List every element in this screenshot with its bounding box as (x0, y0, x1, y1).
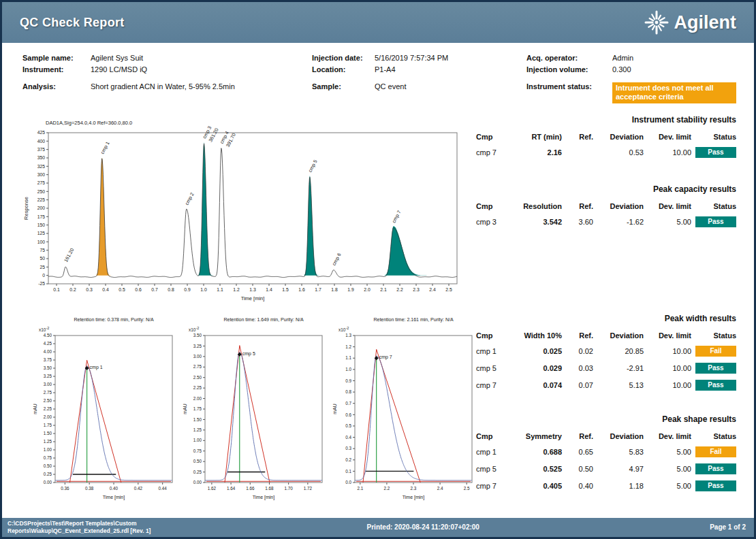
svg-text:75: 75 (40, 248, 45, 252)
svg-text:1.3: 1.3 (249, 287, 256, 292)
component-cell: cmp 3 (476, 218, 507, 226)
printed-timestamp: Printed: 2020-08-24 11:20:07+02:00 (367, 523, 479, 531)
instrument-stability-table: Instrument stability resultsCmpRT (min)R… (476, 115, 736, 158)
status-cell: Fail (691, 446, 736, 457)
svg-text:0.6: 0.6 (135, 287, 142, 292)
svg-text:0.44: 0.44 (159, 486, 168, 491)
field-value: 1290 LC/MSD iQ (91, 65, 147, 74)
y-axis-label: mAU (332, 404, 337, 414)
field-value: Admin (612, 54, 633, 62)
status-cell: Pass (691, 380, 736, 391)
value-cell: 0.03 (562, 364, 593, 372)
svg-text:1.50: 1.50 (44, 431, 52, 436)
svg-text:0.00: 0.00 (44, 480, 52, 485)
column-header: Width 10% (507, 331, 562, 340)
svg-text:1.00: 1.00 (193, 438, 202, 442)
component-cell: cmp 5 (476, 364, 507, 372)
svg-text:400: 400 (37, 139, 46, 144)
path-line-1: C:\CDSProjects\Test\Report Templates\Cus… (7, 520, 151, 527)
column-header: Status (691, 331, 736, 340)
svg-text:0.7: 0.7 (151, 287, 158, 292)
value-cell: 5.00 (644, 465, 691, 473)
sample-row: Sample:QC event (312, 82, 448, 94)
status-badge-pass: Pass (695, 463, 736, 474)
page-number: Page 1 of 2 (710, 523, 746, 531)
svg-text:1.70: 1.70 (285, 486, 294, 491)
peak-detail-chart-cmp5: Retention time: 1.649 min, Purity: N/Ax1… (180, 315, 329, 514)
zoom-title: Retention time: 0.378 min, Purity: N/A (74, 317, 153, 323)
column-header: Cmp (476, 202, 507, 210)
svg-text:2.4: 2.4 (429, 287, 436, 292)
agilent-starburst-icon (644, 10, 670, 35)
instrument-status-badge: Intrument does not meet all acceptance c… (612, 82, 736, 103)
signal-title: DAD1A,Sig=254.0,4.0 Ref=360.0,80.0 (46, 120, 132, 126)
column-header: Status (691, 432, 736, 440)
agilent-logo: Agilent (644, 10, 737, 35)
analysis-row: Analysis:Short gradient ACN in Water, 5-… (22, 82, 235, 94)
column-header: Dev. limit (644, 432, 691, 440)
value-cell: 5.13 (593, 381, 644, 389)
column-header: Cmp (476, 133, 507, 141)
table-title: Peak capacity results (476, 184, 736, 194)
column-header: Deviation (593, 432, 644, 440)
value-cell: 10.00 (644, 364, 691, 372)
svg-text:0.9: 0.9 (345, 378, 351, 383)
y-axis-label: mAU (183, 404, 187, 414)
table-title: Instrument stability results (476, 115, 736, 125)
component-cell: cmp 7 (476, 148, 507, 157)
status-badge-pass: Pass (695, 480, 736, 491)
svg-text:350: 350 (37, 155, 46, 160)
value-cell: 3.60 (562, 218, 593, 226)
svg-text:1.2: 1.2 (233, 287, 240, 292)
column-header: Ref. (562, 331, 593, 340)
status-cell: Fail (691, 346, 736, 357)
svg-text:0.1: 0.1 (345, 469, 351, 474)
svg-text:1.62: 1.62 (208, 486, 217, 491)
svg-text:2.75: 2.75 (193, 364, 202, 369)
svg-text:3.25: 3.25 (44, 374, 52, 378)
svg-text:2.2: 2.2 (384, 486, 390, 491)
location-row: Location:P1-A4 (312, 65, 448, 77)
column-header: Resolution (507, 202, 562, 210)
zoom-title: Retention time: 1.649 min, Purity: N/A (223, 317, 303, 323)
column-header: RT (min) (507, 133, 562, 141)
svg-text:4.00: 4.00 (44, 349, 52, 354)
field-label: Acq. operator: (526, 54, 612, 62)
svg-text:1.68: 1.68 (265, 486, 274, 491)
component-cell: cmp 5 (476, 465, 507, 473)
chromatogram-chart: DAD1A,Sig=254.0,4.0 Ref=360.0,80.0-25025… (20, 118, 467, 314)
results-table: CmpResolutionRef.DeviationDev. limitStat… (476, 202, 736, 227)
svg-text:0.2: 0.2 (345, 457, 351, 462)
status-cell: Pass (691, 480, 736, 491)
x-axis-label: Time [min] (103, 495, 125, 500)
svg-text:0.42: 0.42 (134, 486, 143, 491)
field-label: Instrument: (22, 65, 91, 74)
svg-text:1.72: 1.72 (304, 486, 313, 491)
metadata-column-2: Injection date:5/16/2019 7:57:34 PM Loca… (312, 54, 448, 94)
status-cell: Pass (691, 147, 736, 158)
agilent-brand-text: Agilent (674, 12, 737, 33)
svg-text:50: 50 (40, 256, 45, 261)
svg-text:2.25: 2.25 (193, 385, 202, 390)
y-axis-label: Response (23, 197, 29, 220)
svg-text:2.00: 2.00 (193, 396, 202, 401)
svg-text:175: 175 (37, 214, 46, 219)
table-title: Peak shape results (476, 414, 736, 424)
results-table: CmpWidth 10%Ref.DeviationDev. limitStatu… (476, 331, 736, 391)
value-cell: 0.688 (507, 448, 562, 456)
svg-text:4.50: 4.50 (44, 333, 52, 338)
field-value: Agilent Sys Suit (91, 54, 143, 62)
svg-text:100: 100 (37, 240, 46, 244)
svg-text:0.3: 0.3 (86, 287, 93, 292)
svg-text:3.50: 3.50 (44, 365, 52, 370)
status-cell: Pass (691, 216, 736, 227)
svg-text:1.0: 1.0 (345, 367, 351, 372)
svg-text:2.5: 2.5 (464, 486, 470, 491)
component-cell: cmp 7 (476, 482, 507, 490)
svg-text:1.25: 1.25 (44, 439, 52, 444)
status-badge-fail: Fail (695, 346, 736, 357)
svg-text:1.75: 1.75 (193, 406, 202, 411)
value-cell: 0.074 (507, 381, 562, 389)
peak-detail-chart-cmp7: Retention time: 2.161 min, Purity: N/Ax1… (330, 315, 479, 514)
chromatogram-svg: DAD1A,Sig=254.0,4.0 Ref=360.0,80.0-25025… (20, 118, 467, 314)
